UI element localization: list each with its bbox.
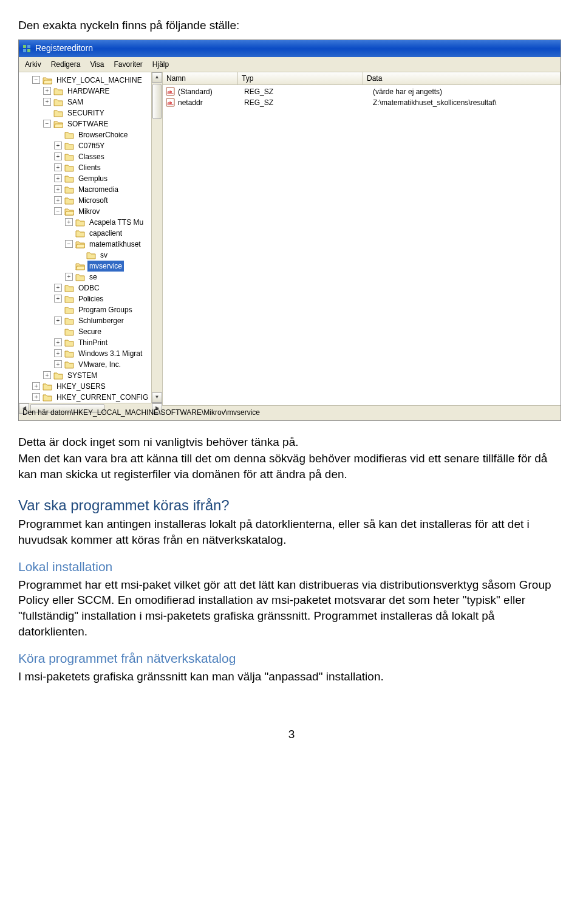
value-row[interactable]: (Standard) REG_SZ (värde har ej angetts) (163, 86, 561, 97)
scroll-down-icon[interactable]: ▼ (152, 392, 162, 403)
menubar: Arkiv Redigera Visa Favoriter Hjälp (19, 57, 561, 72)
heading-lokal-installation: Lokal installation (18, 558, 565, 575)
heading-var-ska-programmet: Var ska programmet köras ifrån? (18, 496, 565, 515)
tree-node-classes[interactable]: +Classes (19, 151, 151, 162)
tree-node-secure[interactable]: +Secure (19, 326, 151, 337)
tree-node-mikrov[interactable]: −Mikrov (19, 206, 151, 217)
tree-node-gemplus[interactable]: +Gemplus (19, 173, 151, 184)
menu-file[interactable]: Arkiv (20, 58, 46, 70)
heading-natverkskatalog: Köra programmet från nätverkskatalog (18, 650, 565, 667)
menu-view[interactable]: Visa (85, 58, 109, 70)
tree-node-c07ft5y[interactable]: +C07ft5Y (19, 140, 151, 151)
tree-node-capaclient[interactable]: +capaclient (19, 228, 151, 239)
body-paragraph: Men det kan vara bra att känna till det … (18, 451, 565, 482)
tree-pane: −HKEY_LOCAL_MACHINE +HARDWARE +SAM +SECU… (19, 72, 163, 405)
tree-node-system[interactable]: +SYSTEM (19, 370, 151, 381)
scroll-up-icon[interactable]: ▲ (152, 72, 162, 83)
tree-node-clients[interactable]: +Clients (19, 162, 151, 173)
tree-node-sam[interactable]: +SAM (19, 97, 151, 108)
tree-node-macromedia[interactable]: +Macromedia (19, 184, 151, 195)
body-paragraph: Detta är dock inget som ni vanligtvis be… (18, 434, 565, 450)
window-title: Registereditorn (35, 43, 93, 54)
app-icon (21, 43, 32, 54)
intro-text: Den exakta nyckeln finns på följande stä… (18, 18, 565, 33)
body-paragraph: Programmet kan antingen installeras loka… (18, 516, 565, 547)
statusbar: Den här datorn\HKEY_LOCAL_MACHINE\SOFTWA… (19, 405, 561, 420)
tree-node-sv[interactable]: +sv (19, 250, 151, 261)
tree-node-browserchoice[interactable]: +BrowserChoice (19, 129, 151, 140)
tree-node-mvservice[interactable]: +mvservice (19, 261, 151, 272)
menu-favorites[interactable]: Favoriter (109, 58, 148, 70)
value-row[interactable]: netaddr REG_SZ Z:\matematikhuset_skollic… (163, 97, 561, 108)
titlebar[interactable]: Registereditorn (19, 40, 561, 57)
tree-node-microsoft[interactable]: +Microsoft (19, 195, 151, 206)
tree-node-hku[interactable]: +HKEY_USERS (19, 381, 151, 392)
menu-help[interactable]: Hjälp (148, 58, 174, 70)
tree-node-hklm[interactable]: −HKEY_LOCAL_MACHINE (19, 75, 151, 86)
tree-node-odbc[interactable]: +ODBC (19, 282, 151, 293)
tree-node-security[interactable]: +SECURITY (19, 108, 151, 118)
scroll-thumb[interactable] (152, 84, 162, 119)
reg-sz-icon (165, 87, 175, 97)
value-name: netaddr (178, 98, 203, 108)
reg-sz-icon (165, 98, 175, 108)
list-pane: Namn Typ Data (Standard) REG_SZ (värde h… (163, 72, 561, 405)
tree-node-hardware[interactable]: +HARDWARE (19, 86, 151, 97)
menu-edit[interactable]: Redigera (46, 58, 86, 70)
col-name[interactable]: Namn (163, 72, 238, 84)
tree-node-acapela[interactable]: +Acapela TTS Mu (19, 217, 151, 228)
column-headers: Namn Typ Data (163, 72, 561, 85)
tree-vertical-scrollbar[interactable]: ▲ ▼ (151, 72, 162, 403)
value-data: Z:\matematikhuset_skollicens\resultat\ (369, 98, 561, 108)
tree-node-policies[interactable]: +Policies (19, 293, 151, 304)
value-data: (värde har ej angetts) (369, 87, 561, 97)
body-paragraph: Programmet har ett msi-paket vilket gör … (18, 577, 565, 640)
page-number: 3 (18, 727, 565, 742)
tree-node-se[interactable]: +se (19, 272, 151, 282)
col-type[interactable]: Typ (238, 72, 363, 84)
tree-node-programgroups[interactable]: +Program Groups (19, 304, 151, 315)
tree-node-win31[interactable]: +Windows 3.1 Migrat (19, 348, 151, 359)
value-name: (Standard) (178, 87, 213, 97)
tree-node-schlumberger[interactable]: +Schlumberger (19, 315, 151, 326)
tree-node-hkcc[interactable]: +HKEY_CURRENT_CONFIG (19, 392, 151, 403)
tree-node-matematikhuset[interactable]: −matematikhuset (19, 239, 151, 250)
value-type: REG_SZ (240, 87, 369, 97)
body-paragraph: I msi-paketets grafiska gränssnitt kan m… (18, 669, 565, 685)
col-data[interactable]: Data (363, 72, 561, 84)
tree-node-vmware[interactable]: +VMware, Inc. (19, 359, 151, 370)
regedit-window: Registereditorn Arkiv Redigera Visa Favo… (18, 39, 561, 421)
tree-node-software[interactable]: −SOFTWARE (19, 118, 151, 129)
tree-node-thinprint[interactable]: +ThinPrint (19, 337, 151, 348)
value-type: REG_SZ (240, 98, 369, 108)
